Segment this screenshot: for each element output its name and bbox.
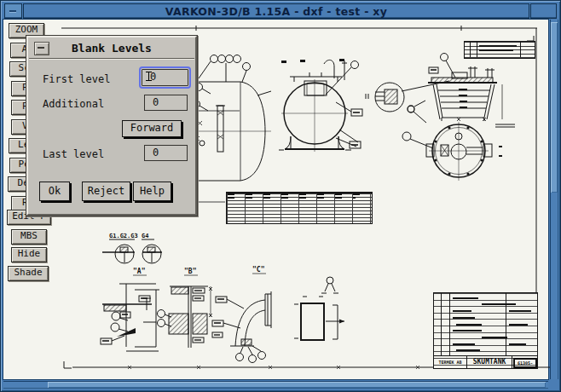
vertical-scrollbar-thumb[interactable] — [551, 22, 558, 193]
first-level-input[interactable]: 0 — [142, 69, 188, 86]
sidebar-button-shade[interactable]: Shade — [8, 266, 49, 281]
window-titlebar[interactable]: VARKON-3D/B 1.15A - dxf - test - xy — [23, 3, 529, 19]
help-button[interactable]: Help — [133, 182, 171, 201]
last-level-label: Last level — [43, 148, 104, 160]
sidebar-button-hide[interactable]: Hide — [11, 247, 47, 262]
first-level-label: First level — [43, 73, 110, 85]
window-resize-corner[interactable] — [530, 3, 557, 19]
last-level-input[interactable]: 0 — [144, 145, 188, 161]
reject-button[interactable]: Reject — [82, 182, 130, 201]
additional-label: Additional — [43, 98, 104, 110]
window-title: VARKON-3D/B 1.15A - dxf - test - xy — [23, 5, 529, 18]
ok-button[interactable]: Ok — [39, 182, 70, 201]
additional-input[interactable]: 0 — [144, 95, 188, 111]
dialog-titlebar[interactable]: Blank Levels — [29, 38, 194, 59]
blank-levels-dialog: Blank Levels First level 0 Additional 0 … — [26, 36, 197, 216]
dialog-title: Blank Levels — [29, 42, 194, 55]
horizontal-scrollbar-thumb[interactable] — [48, 382, 546, 388]
window-menu-button[interactable] — [4, 3, 22, 19]
vertical-scrollbar[interactable] — [550, 20, 558, 379]
text-cursor — [146, 72, 152, 82]
additional-value: 0 — [153, 96, 159, 108]
forward-button[interactable]: Forward — [122, 120, 182, 137]
window-menu-icon — [9, 10, 16, 12]
last-level-value: 0 — [153, 147, 159, 159]
horizontal-scrollbar[interactable] — [3, 381, 548, 389]
sidebar-button-mbs[interactable]: MBS — [11, 229, 47, 245]
